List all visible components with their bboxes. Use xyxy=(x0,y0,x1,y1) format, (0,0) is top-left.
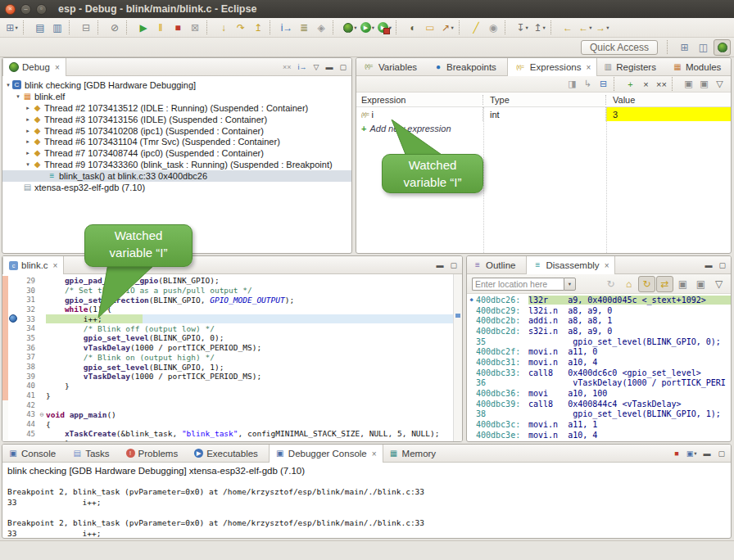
save-button[interactable]: ▤ xyxy=(32,20,49,36)
maximize-icon[interactable]: ▢ xyxy=(450,261,457,269)
close-icon[interactable]: × xyxy=(53,261,58,270)
open-resource-button[interactable]: ▭ xyxy=(422,20,439,36)
fold-marker[interactable]: ⊖ xyxy=(38,411,46,418)
separator[interactable] xyxy=(396,20,402,34)
remove-all-expressions-icon[interactable]: ×× xyxy=(654,77,669,91)
use-step-filters-button[interactable]: ≣ xyxy=(296,20,313,36)
disassembly-row[interactable]: 38 gpio_set_level(BLINK_GPIO, 1); xyxy=(467,409,731,420)
open-element-button[interactable]: ◐ xyxy=(405,20,422,36)
editor-line[interactable]: 44 { xyxy=(2,419,462,429)
skip-all-breakpoints-button[interactable]: ⊘ xyxy=(106,20,124,36)
editor-line[interactable]: 29 gpio_pad_select_gpio(BLINK_GPIO); xyxy=(2,276,462,286)
debug-tree-row[interactable]: ▤ xtensa-esp32-elf-gdb (7.10) xyxy=(2,182,351,193)
editor-line[interactable]: 40 } xyxy=(2,382,462,391)
build-button[interactable]: ⊟ xyxy=(78,20,95,36)
separator[interactable] xyxy=(23,20,29,34)
disassembly-row[interactable]: 400dbc2d: s32i.n a8, a9, 0 xyxy=(467,326,731,336)
pin-view-icon[interactable]: ▣ xyxy=(692,276,709,292)
Expressions[interactable]: (x)= Expressions × xyxy=(507,58,597,76)
expander-icon[interactable]: ▸ xyxy=(24,128,32,134)
separator[interactable] xyxy=(550,20,557,34)
last-edit-location-button[interactable]: ← xyxy=(560,20,577,36)
maximize-icon[interactable]: ▢ xyxy=(718,261,726,269)
minimize-icon[interactable]: ▬ xyxy=(325,63,333,71)
disconnect-button[interactable]: ⊠ xyxy=(187,20,204,36)
editor-line[interactable]: 36 vTaskDelay(1000 / portTICK_PERIOD_MS)… xyxy=(2,343,462,353)
previous-annotation-button[interactable]: ↥▾ xyxy=(531,20,548,36)
disassembly-row[interactable]: 400dbc3e: movi.n a10, 4 xyxy=(467,430,731,440)
view-menu-icon[interactable]: ▽ xyxy=(314,63,319,71)
separator[interactable] xyxy=(97,20,104,34)
separator[interactable] xyxy=(69,20,75,34)
separator[interactable] xyxy=(505,20,511,34)
expander-icon[interactable]: ▾ xyxy=(4,82,12,88)
disassembly-row[interactable]: 400dbc39: call8 0x400844c4 <vTaskDelay> xyxy=(467,399,731,409)
disassembly-row[interactable]: 400dbc2f: movi.n a11, 0 xyxy=(467,346,731,357)
minimize-icon[interactable]: ▬ xyxy=(703,449,711,458)
disassembly-row[interactable]: 35 gpio_set_level(BLINK_GPIO, 0); xyxy=(467,336,731,347)
Memory[interactable]: ▦ Memory xyxy=(383,445,447,462)
editor-line[interactable]: 33 i++; xyxy=(2,314,462,324)
debug-tree-row[interactable]: ▾ ◆ Thread #9 1073433360 (blink_task : R… xyxy=(2,159,351,170)
window-minimize-button[interactable]: – xyxy=(20,4,31,15)
expander-icon[interactable]: ▾ xyxy=(24,161,32,168)
disassembly-row[interactable]: 400dbc36: movi a10, 100 xyxy=(467,388,731,399)
editor-line[interactable]: 34 /* Blink off (output low) */ xyxy=(2,323,462,333)
Problems[interactable]: ! Problems xyxy=(120,445,189,462)
close-icon[interactable]: × xyxy=(372,449,377,458)
disassembly-row[interactable]: 400dbc33: call8 0x400dc6c0 <gpio_set_lev… xyxy=(467,368,731,378)
view-menu-icon[interactable]: ▽ xyxy=(712,77,727,91)
editor-body[interactable]: 29 gpio_pad_select_gpio(BLINK_GPIO); 30 … xyxy=(2,274,462,442)
run-button[interactable]: ▶▾ xyxy=(359,20,376,36)
location-input[interactable] xyxy=(472,278,564,291)
disassembly-body[interactable]: ◆ 400dbc26: l32r a9, 0x400d045c <_stext+… xyxy=(467,294,731,442)
close-icon[interactable]: × xyxy=(605,261,609,270)
close-icon[interactable]: × xyxy=(586,63,591,72)
column-header-expression[interactable]: Expression xyxy=(356,95,483,105)
terminate-button[interactable]: ■ xyxy=(170,20,187,36)
minimize-icon[interactable]: ▬ xyxy=(436,261,443,269)
remove-expression-icon[interactable]: × xyxy=(638,77,654,91)
Console[interactable]: ▣ Console xyxy=(2,445,66,462)
back-button[interactable]: ←▾ xyxy=(577,20,594,36)
breakpoint-icon[interactable] xyxy=(8,314,18,324)
profile-button[interactable]: ◈ xyxy=(313,20,330,36)
editor-line[interactable]: } xyxy=(2,439,462,442)
sync-with-context-icon[interactable]: ⇄ xyxy=(656,276,673,292)
expander-icon[interactable]: ▾ xyxy=(14,93,22,100)
separator[interactable] xyxy=(126,20,133,34)
instruction-stepping-button[interactable]: i→ xyxy=(279,20,296,36)
Variables[interactable]: (x)= Variables xyxy=(356,58,428,75)
cpp-perspective-button[interactable]: ◫ xyxy=(695,39,712,56)
tab-blink-c[interactable]: c blink.c × xyxy=(2,256,64,274)
new-view-icon[interactable]: ▣ xyxy=(674,276,691,292)
editor-line[interactable]: 32 while(1) { xyxy=(2,305,462,314)
view-menu-icon[interactable]: ▽ xyxy=(710,276,727,292)
debug-button[interactable]: ▾ xyxy=(342,20,359,36)
editor-line[interactable]: 30 /* Set the GPIO as a push/pull output… xyxy=(2,286,462,296)
next-annotation-button[interactable]: ↧▾ xyxy=(514,20,531,36)
Disassembly[interactable]: ≡ Disassembly × xyxy=(526,256,615,274)
close-icon[interactable]: × xyxy=(55,63,60,72)
Executables[interactable]: ▶ Executables xyxy=(188,445,269,462)
new-wizard-button[interactable]: ⊞▾ xyxy=(3,20,20,36)
tab-debug[interactable]: Debug × xyxy=(2,58,66,76)
debug-tree-row[interactable]: ▾ C blink checking [GDB Hardware Debuggi… xyxy=(2,79,351,91)
column-header-value[interactable]: Value xyxy=(606,95,731,105)
editor-line[interactable]: 43 ⊖ void app_main() xyxy=(2,410,462,420)
console-output[interactable]: Breakpoint 2, blink_task (pvParameter=0x… xyxy=(2,476,731,539)
separator[interactable] xyxy=(459,20,465,34)
display-selected-console-icon[interactable]: ▣▾ xyxy=(686,449,697,458)
launch-history-button[interactable]: ↗▾ xyxy=(439,20,456,36)
separator[interactable] xyxy=(672,77,678,91)
show-type-names-icon[interactable]: ◨ xyxy=(564,77,580,91)
open-perspective-button[interactable]: ⊞ xyxy=(676,39,693,56)
window-close-button[interactable]: × xyxy=(5,4,16,15)
disassembly-row[interactable]: 400dbc31: movi.n a10, 4 xyxy=(467,357,731,368)
location-dropdown-icon[interactable]: ▾ xyxy=(564,278,576,291)
expander-icon[interactable]: ▸ xyxy=(24,138,32,145)
separator[interactable] xyxy=(270,20,276,34)
editor-line[interactable]: 31 gpio_set_direction(BLINK_GPIO, GPIO_M… xyxy=(2,295,462,305)
column-header-type[interactable]: Type xyxy=(483,95,606,105)
debug-perspective-button[interactable] xyxy=(714,39,731,56)
